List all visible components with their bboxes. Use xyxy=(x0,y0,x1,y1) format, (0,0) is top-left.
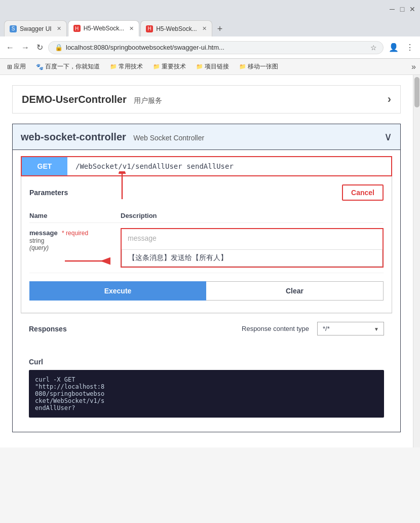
params-table: Name Description message * required xyxy=(29,209,384,273)
folder-icon-3: 📁 xyxy=(196,63,203,70)
browser-frame: ─ □ ✕ S Swagger UI ✕ H H5-WebSock... ✕ H… xyxy=(0,0,420,75)
socket-controller-section: web-socket-controller Web Socket Control… xyxy=(12,124,401,432)
cancel-button[interactable]: Cancel xyxy=(342,184,384,201)
tab-2-label: H5-WebSock... xyxy=(84,25,124,32)
socket-controller-title: web-socket-controller xyxy=(21,131,126,142)
demo-controller-title: DEMO-UserController xyxy=(22,94,127,105)
url-text: localhost:8080/springbootwebsocket/swagg… xyxy=(66,44,367,51)
minimize-button[interactable]: ─ xyxy=(389,6,396,13)
endpoint-row: GET /WebSocket/v1/sendAllUser sendAllUse… xyxy=(21,156,392,176)
bookmark-project-links[interactable]: 📁 项目链接 xyxy=(193,61,232,72)
tab-2[interactable]: H H5-WebSock... ✕ xyxy=(68,20,139,36)
curl-title: Curl xyxy=(29,358,384,366)
curl-section: Curl curl -X GET "http://localhost:8 080… xyxy=(21,350,392,426)
bookmark-common-tech-label: 常用技术 xyxy=(119,62,143,71)
folder-icon-2: 📁 xyxy=(153,63,160,70)
tab-1-label: Swagger UI xyxy=(20,25,52,32)
param-row-message: message * required string (query) xyxy=(29,223,384,273)
param-type: string xyxy=(29,237,121,244)
endpoint-area: GET /WebSocket/v1/sendAllUser sendAllUse… xyxy=(13,150,400,432)
param-description-cell: message xyxy=(121,223,384,273)
bookmark-star-icon[interactable]: ☆ xyxy=(370,44,377,52)
get-method-badge[interactable]: GET xyxy=(22,157,67,175)
bookmark-project-links-label: 项目链接 xyxy=(205,62,229,71)
close-button[interactable]: ✕ xyxy=(409,6,416,13)
address-bar: ← → ↻ 🔒 localhost:8080/springbootwebsock… xyxy=(0,36,420,59)
param-location: (query) xyxy=(29,244,121,251)
tabs-bar: S Swagger UI ✕ H H5-WebSock... ✕ H H5-We… xyxy=(0,18,420,36)
parameters-section: Parameters Cancel Name Description xyxy=(21,176,392,313)
reload-button[interactable]: ↻ xyxy=(34,42,45,53)
curl-output: curl -X GET "http://localhost:8 080/spri… xyxy=(29,370,384,418)
url-bar[interactable]: 🔒 localhost:8080/springbootwebsocket/swa… xyxy=(48,41,384,54)
col-name-header: Name xyxy=(29,209,121,223)
demo-controller-subtitle: 用户服务 xyxy=(134,96,162,104)
folder-icon-4: 📁 xyxy=(239,63,246,70)
page-with-scroll: DEMO-UserController 用户服务 › web-socket-co… xyxy=(0,75,420,447)
bookmarks-more-button[interactable]: » xyxy=(411,62,416,71)
bookmark-important-tech-label: 重要技术 xyxy=(162,62,186,71)
param-name: message xyxy=(29,229,58,237)
maximize-button[interactable]: □ xyxy=(399,6,406,13)
responses-title: Responses xyxy=(29,325,67,333)
curl-output-text: curl -X GET "http://localhost:8 080/spri… xyxy=(35,376,378,412)
demo-user-controller-section: DEMO-UserController 用户服务 › xyxy=(12,85,401,114)
param-required-label: * required xyxy=(62,230,88,237)
endpoint-path: /WebSocket/v1/sendAllUser sendAllUser xyxy=(67,157,391,175)
back-button[interactable]: ← xyxy=(4,42,16,53)
tab-3-favicon: H xyxy=(146,25,153,32)
menu-button[interactable]: ⋮ xyxy=(404,42,416,53)
socket-controller-subtitle: Web Socket Controller xyxy=(133,134,204,142)
buttons-row: Execute Clear xyxy=(29,281,384,301)
params-title: Parameters xyxy=(29,189,68,197)
bookmarks-bar: ⊞ 应用 🐾 百度一下，你就知道 📁 常用技术 📁 重要技术 📁 项目链接 📁 … xyxy=(0,59,420,75)
forward-button[interactable]: → xyxy=(19,42,31,53)
bookmark-move-image[interactable]: 📁 移动一张图 xyxy=(236,61,281,72)
scroll-thumb[interactable] xyxy=(414,77,419,107)
bookmark-apps[interactable]: ⊞ 应用 xyxy=(4,61,29,72)
bookmark-common-tech[interactable]: 📁 常用技术 xyxy=(107,61,146,72)
window-controls: ─ □ ✕ xyxy=(389,6,416,13)
tab-3-close[interactable]: ✕ xyxy=(202,25,207,32)
demo-controller-header[interactable]: DEMO-UserController 用户服务 › xyxy=(13,86,400,113)
message-input[interactable] xyxy=(122,249,383,267)
socket-controller-header[interactable]: web-socket-controller Web Socket Control… xyxy=(13,124,400,150)
content-type-select[interactable]: */* application/json text/plain xyxy=(317,322,384,335)
description-input-area: message xyxy=(121,228,384,268)
param-name-cell: message * required string (query) xyxy=(29,223,121,273)
responses-header: Responses Response content type */* appl… xyxy=(29,322,384,335)
tab-1-favicon: S xyxy=(10,25,17,32)
bookmark-baidu[interactable]: 🐾 百度一下，你就知道 xyxy=(33,61,103,72)
tab-1[interactable]: S Swagger UI ✕ xyxy=(4,20,67,36)
demo-controller-chevron: › xyxy=(388,93,391,106)
tab-3[interactable]: H H5-WebSock... ✕ xyxy=(140,20,212,36)
desc-placeholder: message xyxy=(122,229,383,247)
page-content: DEMO-UserController 用户服务 › web-socket-co… xyxy=(0,75,413,447)
socket-controller-title-area: web-socket-controller Web Socket Control… xyxy=(21,131,204,143)
lock-icon: 🔒 xyxy=(55,44,63,51)
endpoint-annotation-area: GET /WebSocket/v1/sendAllUser sendAllUse… xyxy=(21,156,392,176)
demo-controller-title-area: DEMO-UserController 用户服务 xyxy=(22,94,162,105)
folder-icon-1: 📁 xyxy=(110,63,117,70)
apps-icon: ⊞ xyxy=(7,63,12,70)
clear-button[interactable]: Clear xyxy=(206,281,384,301)
tab-2-close[interactable]: ✕ xyxy=(129,25,134,32)
socket-controller-chevron: ∨ xyxy=(384,130,392,143)
baidu-icon: 🐾 xyxy=(36,63,44,70)
bookmark-important-tech[interactable]: 📁 重要技术 xyxy=(150,61,189,72)
profile-button[interactable]: 👤 xyxy=(387,42,401,53)
bookmark-apps-label: 应用 xyxy=(14,62,26,71)
tab-3-label: H5-WebSock... xyxy=(156,25,197,32)
tab-2-favicon: H xyxy=(73,25,81,32)
params-header: Parameters Cancel xyxy=(29,184,384,201)
new-tab-button[interactable]: + xyxy=(213,22,227,36)
content-type-label: Response content type xyxy=(242,325,309,332)
content-type-select-wrapper: */* application/json text/plain xyxy=(317,322,384,335)
execute-button[interactable]: Execute xyxy=(29,281,206,301)
scroll-track[interactable] xyxy=(413,75,420,447)
responses-section: Responses Response content type */* appl… xyxy=(21,313,392,350)
tab-1-close[interactable]: ✕ xyxy=(57,25,61,32)
col-description-header: Description xyxy=(121,209,384,223)
bookmark-baidu-label: 百度一下，你就知道 xyxy=(45,62,100,71)
bookmark-move-image-label: 移动一张图 xyxy=(248,62,278,71)
